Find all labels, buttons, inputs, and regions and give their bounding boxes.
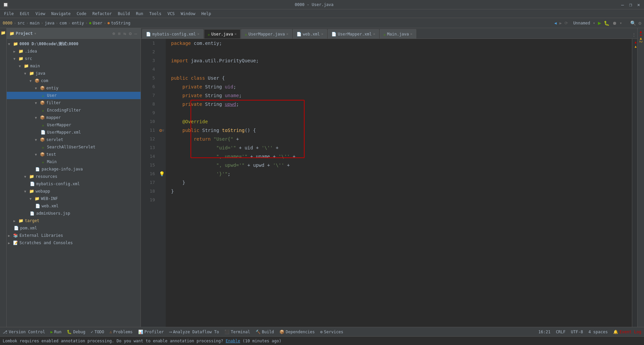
minimize-button[interactable]: — xyxy=(620,2,625,7)
profiler-button[interactable]: 📊 Profiler xyxy=(138,330,164,334)
tree-item-main[interactable]: ▼ 📁 main xyxy=(7,62,141,70)
warning-count-badge[interactable]: ▲2 xyxy=(639,36,643,43)
breadcrumb-java[interactable]: java xyxy=(45,21,54,25)
tree-item-webapp[interactable]: ▼ 📁 webapp xyxy=(7,188,141,195)
tree-item-mybatis-config[interactable]: 📄 mybatis-config.xml xyxy=(7,180,141,188)
menu-window[interactable]: Window xyxy=(178,11,198,17)
menu-file[interactable]: File xyxy=(1,11,16,17)
analyze-button[interactable]: ⟶ Analyze Dataflow To xyxy=(169,330,219,334)
debug-status-button[interactable]: 🐛 Debug xyxy=(67,330,85,334)
tree-item-idea[interactable]: ▶ 📁 .idea xyxy=(7,48,141,55)
right-scrollbar[interactable]: ▲ ▲ xyxy=(632,39,637,327)
settings-panel-button[interactable]: ⚙ xyxy=(128,30,132,37)
problems-button[interactable]: ⚠ Problems xyxy=(110,330,133,334)
tab-mainjava-close[interactable]: ✕ xyxy=(410,32,413,36)
version-control-button[interactable]: ⎇ Version Control xyxy=(3,330,45,334)
run-config-dropdown[interactable]: ▾ xyxy=(593,21,595,25)
search-button[interactable]: 🔍 xyxy=(630,20,636,26)
tab-webxml-close[interactable]: ✕ xyxy=(321,32,323,36)
line-ending[interactable]: CRLF xyxy=(556,330,566,334)
event-log-button[interactable]: 🔔 Event Log xyxy=(613,330,641,334)
run-status-button[interactable]: ▶ Run xyxy=(50,330,61,334)
tree-item-filter[interactable]: ▼ 📦 filter xyxy=(7,99,141,107)
tree-item-encodingfilter[interactable]: ☕ EncodingFilter xyxy=(7,107,141,114)
tree-item-root[interactable]: ▼ 📁 0000 D:\000code\测试\0000 xyxy=(7,40,141,48)
tree-item-usermapper[interactable]: ☕ UserMapper xyxy=(7,121,141,129)
tree-item-src[interactable]: ▼ 📁 src xyxy=(7,55,141,62)
build-status-button[interactable]: 🔨 Build xyxy=(256,330,274,334)
tab-user[interactable]: ☕ User.java ✕ xyxy=(204,29,240,39)
menu-code[interactable]: Code xyxy=(74,11,89,17)
tree-item-resources[interactable]: ▼ 📁 resources xyxy=(7,173,141,180)
breadcrumb-com[interactable]: com xyxy=(59,21,67,25)
dropdown-icon[interactable]: ▾ xyxy=(34,31,37,36)
tree-item-web-xml[interactable]: 📄 web.xml xyxy=(7,202,141,210)
sort-button[interactable]: ⇆ xyxy=(123,30,127,37)
terminal-button[interactable]: ⬛ Terminal xyxy=(224,330,250,334)
tree-item-entiy[interactable]: ▼ 📦 entiy xyxy=(7,84,141,92)
dependencies-button[interactable]: 📦 Dependencies xyxy=(279,330,315,334)
breadcrumb-main[interactable]: main xyxy=(30,21,40,25)
tree-item-webinf[interactable]: ▼ 📁 WEB-INF xyxy=(7,195,141,202)
minimize-panel-button[interactable]: — xyxy=(134,30,138,37)
tree-item-package-info[interactable]: 📄 package-info.java xyxy=(7,165,141,173)
menu-navigate[interactable]: Navigate xyxy=(49,11,73,17)
nav-back-button[interactable]: ◀ xyxy=(554,21,556,25)
tree-item-usermapper-xml[interactable]: 📄 UserMapper.xml xyxy=(7,129,141,136)
breadcrumb-src[interactable]: src xyxy=(17,21,25,25)
menu-help[interactable]: Help xyxy=(199,11,214,17)
coverage-button[interactable]: ⏺ xyxy=(612,20,617,26)
tree-item-ext-libs[interactable]: ▶ 📚 External Libraries xyxy=(7,232,141,239)
run-button[interactable]: ▶ xyxy=(598,20,601,26)
tree-item-main-class[interactable]: ☕ Main xyxy=(7,158,141,165)
tab-user-close[interactable]: ✕ xyxy=(234,32,237,36)
fold-icon[interactable]: ▽ xyxy=(162,129,164,132)
tree-item-pom-xml[interactable]: 📄 pom.xml xyxy=(7,224,141,232)
breakpoint-icon[interactable]: ⚙ xyxy=(159,128,162,133)
tree-item-com[interactable]: ▼ 📦 com xyxy=(7,77,141,84)
menu-refactor[interactable]: Refactor xyxy=(90,11,114,17)
menu-edit[interactable]: Edit xyxy=(17,11,32,17)
settings-button[interactable]: ⚙ xyxy=(639,20,641,26)
tree-item-mapper[interactable]: ▼ 📦 mapper xyxy=(7,114,141,121)
services-button[interactable]: ⚙ Services xyxy=(320,330,343,334)
tabs-more-button[interactable]: ⋮ xyxy=(632,32,636,37)
tab-mybatis[interactable]: 📄 mybatis-config.xml ✕ xyxy=(142,29,203,39)
todo-button[interactable]: ✓ TODO xyxy=(91,330,104,334)
tree-item-target[interactable]: ▶ 📁 target xyxy=(7,217,141,224)
collapse-button[interactable]: ≡ xyxy=(117,30,121,37)
encoding[interactable]: UTF-8 xyxy=(571,330,583,334)
tab-usermapper[interactable]: ☕ UserMapper.java ✕ xyxy=(241,29,292,39)
breadcrumb-entiy[interactable]: entiy xyxy=(72,21,84,25)
tab-usermapperxml[interactable]: 📄 UserMapper.xml ✕ xyxy=(328,29,379,39)
tab-mybatis-close[interactable]: ✕ xyxy=(197,32,200,36)
close-button[interactable]: ✕ xyxy=(636,2,641,7)
nav-recent-button[interactable]: ⟳ xyxy=(565,21,568,25)
debug-button[interactable]: 🐛 xyxy=(604,20,609,26)
tree-item-scratches[interactable]: ▶ 📝 Scratches and Consoles xyxy=(7,239,141,247)
more-run-button[interactable]: ▾ xyxy=(620,21,622,25)
tab-webxml[interactable]: 📄 web.xml ✕ xyxy=(293,29,327,39)
locate-button[interactable]: ⊕ xyxy=(112,30,116,37)
tab-usermapper-close[interactable]: ✕ xyxy=(286,32,288,36)
tree-item-adminusers[interactable]: 📄 adminUsers.jsp xyxy=(7,210,141,217)
error-count-badge[interactable]: ▲4 xyxy=(639,29,643,36)
menu-view[interactable]: View xyxy=(33,11,48,17)
tree-item-test[interactable]: ▼ 📦 test xyxy=(7,151,141,158)
menu-build[interactable]: Build xyxy=(115,11,132,17)
enable-link[interactable]: Enable xyxy=(226,339,240,343)
indent-setting[interactable]: 4 spaces xyxy=(588,330,608,334)
tab-usermapperxml-close[interactable]: ✕ xyxy=(373,32,375,36)
maximize-button[interactable]: ❐ xyxy=(628,2,633,7)
nav-forward-button[interactable]: ▶ xyxy=(559,21,562,25)
tree-item-searchservlet[interactable]: ☕ SearchAllUserServlet xyxy=(7,143,141,151)
code-content[interactable]: package com.entiy; import java.util.Prio… xyxy=(166,39,632,327)
tree-item-user[interactable]: ☕ User xyxy=(7,92,141,99)
menu-run[interactable]: Run xyxy=(133,11,146,17)
tree-item-servlet[interactable]: ▼ 📦 servlet xyxy=(7,136,141,143)
project-sidebar-icon[interactable]: 📁 xyxy=(0,29,7,36)
tab-mainjava[interactable]: ☕ Main.java ✕ xyxy=(380,29,416,39)
breadcrumb-tostring[interactable]: toString xyxy=(111,21,130,25)
breadcrumb-user[interactable]: User xyxy=(93,21,102,25)
bulb-icon[interactable]: 💡 xyxy=(159,171,165,177)
